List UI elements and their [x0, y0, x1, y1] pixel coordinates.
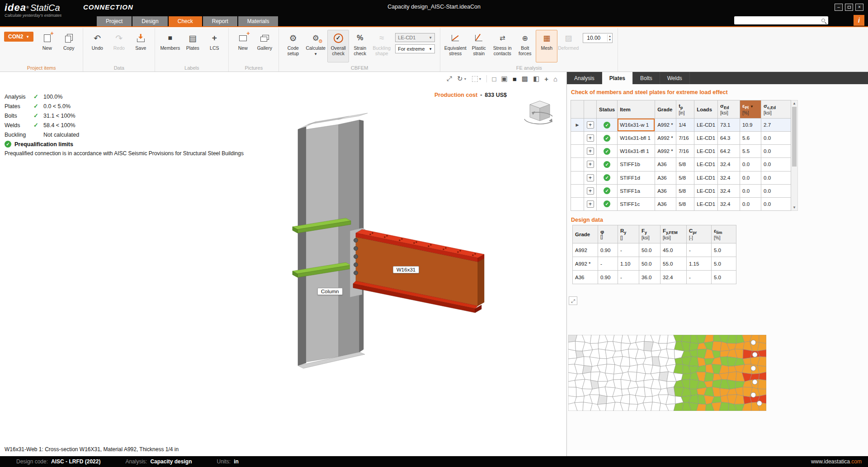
scroll-down-icon[interactable]: ▼	[791, 205, 797, 210]
column-header[interactable]: Item	[618, 100, 655, 119]
stress-in-contacts-button[interactable]: ⇄ Stress in contacts	[491, 30, 514, 62]
calculate-button[interactable]: ⚙ Calculate ▼	[304, 30, 327, 62]
window-controls: – ×	[835, 4, 863, 11]
column-header[interactable]: Grade	[655, 100, 676, 119]
website-link[interactable]: www.ideastatica.com	[811, 458, 862, 465]
spinner-up-icon[interactable]: ▲	[609, 34, 611, 38]
check-table-row[interactable]: +✓STIFF1cA365/8LE-CD132.40.00.0	[571, 197, 791, 210]
ribbon-tab-check[interactable]: Check	[169, 16, 202, 26]
status-ok-icon: ✓	[604, 122, 610, 129]
members-labels-button[interactable]: ■ Members	[158, 30, 182, 62]
column-header[interactable]: φ[]	[598, 225, 618, 243]
home-view-icon[interactable]: ⌂	[553, 74, 557, 83]
check-table-row[interactable]: +✓STIFF1dA365/8LE-CD132.40.00.0	[571, 171, 791, 184]
navigation-cube[interactable]	[519, 97, 558, 131]
search-input[interactable]	[734, 16, 828, 24]
app-name: CONNECTION	[83, 3, 133, 11]
minimize-button[interactable]: –	[835, 4, 843, 11]
shaded-view-icon[interactable]: ▣	[501, 74, 508, 83]
new-project-item-button[interactable]: + New	[36, 30, 58, 62]
column-header[interactable]: Fy[ksi]	[639, 225, 660, 243]
solid-view-icon[interactable]: ■	[513, 74, 517, 83]
plastic-strain-button[interactable]: Plastic strain	[467, 30, 491, 62]
check-table-row[interactable]: ▶+✓W16x31-w 1A992 *1/4LE-CD173.110.92.7	[571, 119, 791, 132]
column-header[interactable]: σEd[ksi]	[718, 100, 740, 119]
new-picture-button[interactable]: + New	[232, 30, 254, 62]
expand-row-button[interactable]: +	[587, 161, 594, 168]
ribbon-group-fe-analysis: Equivalent stress Plastic strain ⇄ Stres…	[440, 28, 618, 71]
strain-check-button[interactable]: % Strain check	[349, 30, 371, 62]
expand-row-button[interactable]: +	[587, 134, 594, 142]
column-header[interactable]: εlim[%]	[712, 225, 736, 243]
result-scale-spinner[interactable]: 10.00 ▲▼	[583, 33, 613, 43]
expand-row-button[interactable]: +	[587, 174, 594, 181]
gallery-button[interactable]: Gallery	[254, 30, 275, 62]
check-table-scrollbar[interactable]: ▲ ▼	[791, 100, 798, 211]
column-header[interactable]: Ry[]	[618, 225, 639, 243]
results-tab-welds[interactable]: Welds	[660, 72, 690, 84]
save-icon	[137, 32, 145, 44]
spinner-down-icon[interactable]: ▼	[609, 38, 611, 42]
lcs-button[interactable]: + LCS	[203, 30, 225, 62]
plates-labels-button[interactable]: ▤ Plates	[182, 30, 203, 62]
extreme-filter-dropdown[interactable]: For extreme▼	[395, 44, 435, 53]
axes-icon[interactable]: +	[544, 74, 548, 83]
con2-selector[interactable]: CON2▼	[4, 32, 33, 42]
expand-row-button[interactable]: +	[587, 200, 594, 208]
column-header[interactable]: Status	[597, 100, 618, 119]
ribbon-tab-design[interactable]: Design	[132, 16, 167, 26]
equivalent-stress-button[interactable]: Equivalent stress	[443, 30, 467, 62]
undo-button[interactable]: ↶ Undo	[86, 30, 108, 62]
check-table-row[interactable]: +✓STIFF1bA365/8LE-CD132.40.00.0	[571, 158, 791, 171]
fit-view-icon[interactable]: ⤢	[447, 74, 452, 83]
close-button[interactable]: ×	[855, 4, 863, 11]
deformed-button[interactable]: ▨ Deformed	[557, 30, 579, 62]
expand-row-button[interactable]: +	[587, 121, 594, 129]
buckling-shape-button[interactable]: ≈ Buckling shape	[371, 30, 392, 62]
bolt-forces-button[interactable]: ⊕ Bolt forces	[514, 30, 536, 62]
save-button[interactable]: Save	[130, 30, 151, 62]
redo-button[interactable]: ↷ Redo	[108, 30, 130, 62]
connection-model[interactable]	[0, 72, 566, 456]
scrollbar-thumb[interactable]	[792, 107, 797, 167]
ribbon-group-cbfem: ⚙ Code setup ⚙ Calculate ▼ ✓ Overall che…	[279, 28, 440, 71]
ribbon-tab-report[interactable]: Report	[203, 16, 237, 26]
column-header[interactable]: Grade	[573, 225, 598, 243]
expand-view-button[interactable]: ⤢	[569, 296, 577, 305]
check-table-row[interactable]: +✓W16x31-bfl 1A992 *7/16LE-CD164.35.60.0	[571, 132, 791, 145]
expand-row-button[interactable]: +	[587, 187, 594, 195]
scroll-up-icon[interactable]: ▲	[791, 101, 797, 105]
check-table-row[interactable]: +✓STIFF1aA365/8LE-CD132.40.00.0	[571, 184, 791, 197]
status-row-plates: Plates✓0.0 < 5.0%	[5, 101, 79, 111]
transparent-view-icon[interactable]: ▩	[522, 74, 528, 83]
mesh-button[interactable]: ▦ Mesh	[536, 30, 557, 62]
copy-project-item-button[interactable]: Copy	[58, 30, 80, 62]
idea-statica-connection-window: idea®StatiCa Calculate yesterday's estim…	[0, 0, 868, 467]
chevron-down-icon: ▼	[429, 47, 432, 51]
restore-button[interactable]	[845, 4, 853, 11]
column-header[interactable]: εPl▼[%]	[740, 100, 761, 119]
expand-row-button[interactable]: +	[587, 148, 594, 155]
orbit-icon[interactable]: ↻▼	[457, 74, 467, 83]
ribbon-tab-materials[interactable]: Materials	[238, 16, 278, 26]
info-button[interactable]: i	[854, 15, 864, 26]
results-tab-analysis[interactable]: Analysis	[567, 72, 602, 84]
viewport-3d[interactable]: Analysis✓100.0%Plates✓0.0 < 5.0%Bolts✓31…	[0, 72, 566, 456]
results-tab-plates[interactable]: Plates	[602, 72, 633, 84]
column-header[interactable]: σc,Ed[ksi]	[761, 100, 791, 119]
results-tab-bolts[interactable]: Bolts	[633, 72, 660, 84]
clip-plane-icon[interactable]: ◧	[533, 74, 539, 83]
wireframe-view-icon[interactable]: □	[492, 74, 496, 83]
column-header[interactable]: Fy,FEM[ksi]	[660, 225, 687, 243]
ribbon-tab-project[interactable]: Project	[97, 16, 132, 26]
code-setup-button[interactable]: ⚙ Code setup	[282, 30, 304, 62]
column-header[interactable]: tp[in]	[676, 100, 694, 119]
check-table-row[interactable]: +✓W16x31-tfl 1A992 *7/16LE-CD164.25.50.0	[571, 145, 791, 158]
section-box-icon[interactable]: ▼	[472, 74, 482, 83]
load-case-dropdown[interactable]: LE-CD1▼	[395, 33, 435, 42]
plates-icon: ▤	[189, 32, 197, 44]
overall-check-button[interactable]: ✓ Overall check	[327, 30, 349, 62]
column-header[interactable]: Cpr[-]	[687, 225, 712, 243]
column-header[interactable]: Loads	[694, 100, 718, 119]
analysis-status-list: Analysis✓100.0%Plates✓0.0 < 5.0%Bolts✓31…	[5, 92, 79, 139]
